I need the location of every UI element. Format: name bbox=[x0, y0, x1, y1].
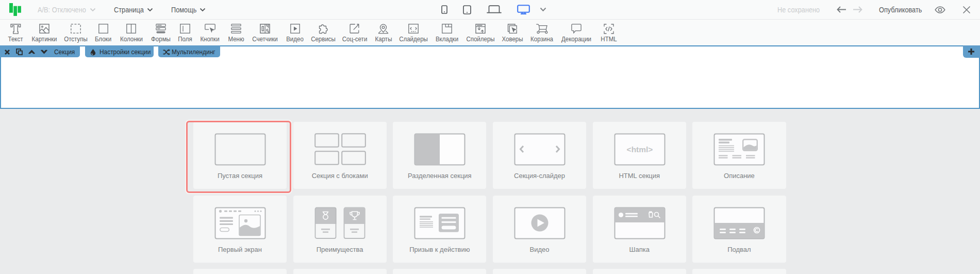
svg-text:<html>: <html> bbox=[626, 145, 653, 154]
